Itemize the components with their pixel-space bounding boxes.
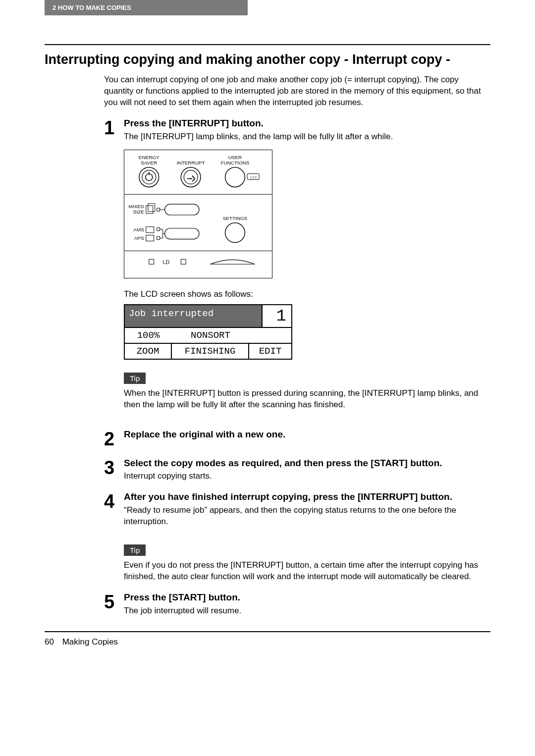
step-2: 2 Replace the original with a new one. (104, 429, 490, 448)
lcd-sort: NONSORT (172, 328, 249, 343)
step-1: 1 Press the [INTERRUPT] button. The [INT… (104, 117, 490, 143)
step-title: After you have finished interrupt copyin… (124, 491, 490, 503)
step-number: 4 (104, 491, 124, 528)
user-functions-label: USER (228, 154, 242, 160)
ld-label: LD (163, 259, 170, 265)
energy-saver-label: ENERGY (139, 154, 160, 160)
interrupt-label: INTERRUPT (177, 160, 205, 165)
svg-text:FUNCTIONS: FUNCTIONS (221, 160, 250, 165)
settings-button[interactable] (225, 222, 245, 242)
tip-text-1: When the [INTERRUPT] button is pressed d… (124, 388, 490, 411)
lcd-screen: Job interrupted 1 100% NONSORT ZOOM FINI… (124, 304, 292, 360)
svg-text:SIZE: SIZE (133, 209, 144, 215)
ams-label: AMS (133, 226, 144, 232)
step-desc: “Ready to resume job” appears, and then … (124, 505, 490, 528)
step-number: 2 (104, 429, 124, 448)
step-desc: The job interrupted will resume. (124, 605, 490, 617)
step-number: 5 (104, 592, 124, 617)
step-title: Press the [INTERRUPT] button. (124, 117, 490, 129)
page-number: 60 (45, 637, 54, 647)
rule-top (45, 44, 490, 45)
settings-label: SETTINGS (223, 215, 248, 220)
header-tab: 2 HOW TO MAKE COPIES (45, 0, 248, 15)
svg-rect-10 (157, 227, 160, 230)
step-number: 1 (104, 117, 124, 143)
svg-text:SAVER: SAVER (141, 160, 157, 165)
lcd-copy-count: 1 (262, 305, 291, 327)
svg-point-2 (184, 170, 198, 184)
digits-label: 1 2 3 (250, 175, 257, 178)
ams-aps-button[interactable] (165, 228, 199, 239)
aps-label: APS (134, 235, 144, 240)
lcd-caption: The LCD screen shows as follows: (124, 289, 490, 299)
lcd-finishing: FINISHING (172, 344, 249, 359)
svg-rect-6 (146, 206, 153, 214)
mixed-size-button[interactable] (165, 204, 199, 215)
interrupt-icon (187, 175, 195, 181)
lcd-message: Job interrupted (125, 305, 262, 327)
tip-text-2: Even if you do not press the [INTERRUPT]… (124, 560, 490, 583)
step-desc: Interrupt copying starts. (124, 471, 490, 482)
svg-rect-12 (157, 236, 160, 239)
step-title: Replace the original with a new one. (124, 429, 490, 440)
step-title: Select the copy modes as required, and t… (124, 457, 490, 469)
svg-rect-11 (146, 235, 154, 241)
scanner-icon (211, 260, 255, 264)
step-desc: The [INTERRUPT] lamp blinks, and the lam… (124, 131, 490, 143)
power-icon (146, 171, 153, 180)
section-title: Interrupting copying and making another … (45, 52, 490, 67)
rule-bottom (45, 631, 490, 632)
tip-label: Tip (124, 373, 146, 384)
step-4: 4 After you have finished interrupt copy… (104, 491, 490, 528)
lcd-ratio: 100% (125, 328, 172, 343)
footer-section: Making Copies (62, 637, 118, 647)
tip-label: Tip (124, 544, 146, 556)
led-indicator (157, 208, 160, 211)
control-panel-figure: ENERGY SAVER INTERRUPT USER FUNCTIONS 1 … (124, 150, 272, 280)
svg-rect-7 (148, 204, 155, 212)
lcd-edit: EDIT (249, 344, 291, 359)
lcd-zoom: ZOOM (125, 344, 172, 359)
lcd-blank (249, 328, 291, 343)
mixed-size-label: MIXED (128, 204, 144, 209)
intro-paragraph: You can interrupt copying of one job and… (104, 74, 490, 108)
led-indicator (149, 259, 154, 264)
step-3: 3 Select the copy modes as required, and… (104, 457, 490, 483)
step-5: 5 Press the [START] button. The job inte… (104, 592, 490, 617)
step-number: 3 (104, 457, 124, 483)
svg-rect-9 (146, 226, 154, 232)
page-footer: 60 Making Copies (45, 637, 490, 647)
user-functions-button[interactable] (225, 167, 245, 187)
step-title: Press the [START] button. (124, 592, 490, 603)
led-indicator (181, 259, 186, 264)
